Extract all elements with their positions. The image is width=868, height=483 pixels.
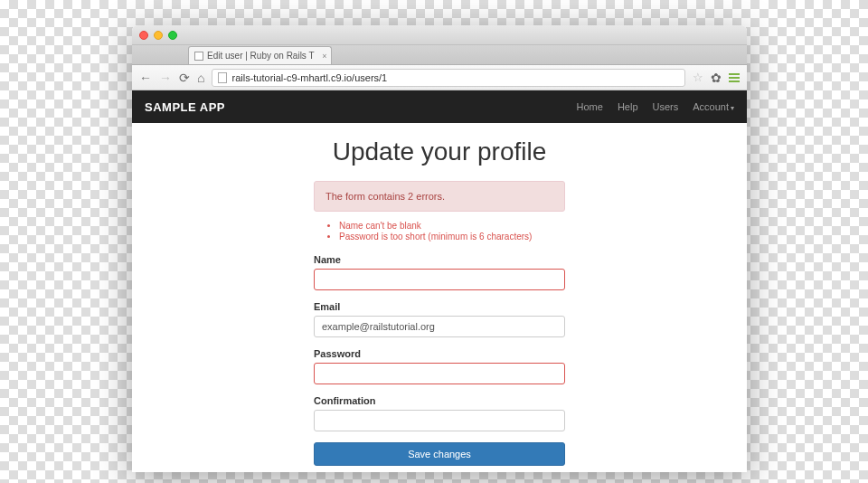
save-changes-button[interactable]: Save changes xyxy=(314,442,565,466)
site-icon xyxy=(218,72,227,83)
nav-users[interactable]: Users xyxy=(653,101,679,112)
email-label: Email xyxy=(314,301,565,312)
profile-form: The form contains 2 errors. Name can't b… xyxy=(314,181,565,472)
confirmation-label: Confirmation xyxy=(314,395,565,406)
browser-tab[interactable]: Edit user | Ruby on Rails T × xyxy=(188,46,332,64)
page-content: SAMPLE APP Home Help Users Account▾ Upda… xyxy=(132,90,747,472)
password-label: Password xyxy=(314,348,565,359)
error-list: Name can't be blank Password is too shor… xyxy=(314,221,565,242)
url-text: rails-tutorial-c9-mhartl.c9.io/users/1 xyxy=(231,72,387,83)
address-bar[interactable]: rails-tutorial-c9-mhartl.c9.io/users/1 xyxy=(212,69,685,87)
nav-help[interactable]: Help xyxy=(618,101,638,112)
brand-logo[interactable]: SAMPLE APP xyxy=(145,100,225,114)
tab-title: Edit user | Ruby on Rails T xyxy=(207,51,315,61)
page-body: Update your profile The form contains 2 … xyxy=(132,123,747,472)
password-field[interactable] xyxy=(314,363,565,384)
confirmation-field[interactable] xyxy=(314,410,565,431)
home-icon[interactable]: ⌂ xyxy=(197,71,204,85)
window-maximize-button[interactable] xyxy=(168,31,177,40)
chevron-down-icon: ▾ xyxy=(731,104,734,112)
email-field[interactable] xyxy=(314,316,565,337)
settings-gear-icon[interactable]: ✿ xyxy=(711,71,722,85)
browser-toolbar: ← → ⟳ ⌂ rails-tutorial-c9-mhartl.c9.io/u… xyxy=(132,65,747,90)
tab-close-icon[interactable]: × xyxy=(322,52,326,61)
error-item: Name can't be blank xyxy=(339,221,565,231)
window-titlebar xyxy=(132,25,747,45)
window-close-button[interactable] xyxy=(139,31,148,40)
nav-links: Home Help Users Account▾ xyxy=(577,101,734,112)
forward-icon[interactable]: → xyxy=(159,71,172,85)
app-navbar: SAMPLE APP Home Help Users Account▾ xyxy=(132,90,747,123)
reload-icon[interactable]: ⟳ xyxy=(179,71,190,85)
error-summary: The form contains 2 errors. xyxy=(314,181,565,212)
browser-tabbar: Edit user | Ruby on Rails T × xyxy=(132,45,747,65)
back-icon[interactable]: ← xyxy=(139,71,152,85)
page-icon xyxy=(194,52,203,61)
error-item: Password is too short (minimum is 6 char… xyxy=(339,232,565,242)
browser-window: Edit user | Ruby on Rails T × ← → ⟳ ⌂ ra… xyxy=(132,25,747,472)
name-label: Name xyxy=(314,254,565,265)
menu-hamburger-icon[interactable] xyxy=(729,73,740,82)
window-minimize-button[interactable] xyxy=(154,31,163,40)
nav-account[interactable]: Account▾ xyxy=(693,101,734,112)
page-title: Update your profile xyxy=(132,137,747,166)
bookmark-star-icon[interactable]: ☆ xyxy=(693,71,703,84)
name-field[interactable] xyxy=(314,269,565,290)
nav-home[interactable]: Home xyxy=(577,101,603,112)
